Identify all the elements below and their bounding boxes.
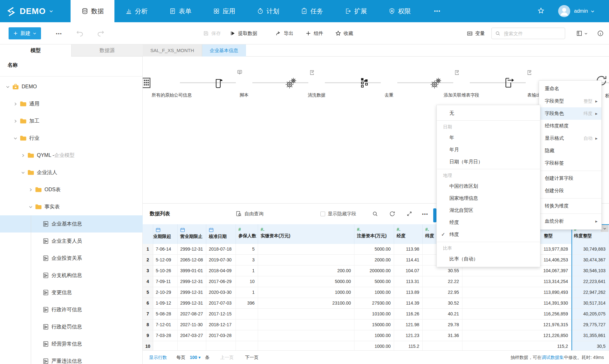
hidden-action-button[interactable] [433,208,436,222]
tree-item-事实表[interactable]: 事实表 [0,198,143,215]
nav-item-应用[interactable]: 应用 [202,0,246,22]
tree-item-行政许可信息[interactable]: 行政许可信息 [0,301,143,318]
tree-item-label: 通用 [29,101,39,107]
user-menu[interactable]: admin [574,0,595,22]
column-header-参保人数[interactable]: #参保人数 [236,224,258,244]
menu-item-显示格式[interactable]: 显示格式自动▶ [539,132,601,145]
nav-item-任务[interactable]: 任务 [290,0,334,22]
flow-node-脚本[interactable]: 脚本 [212,77,276,98]
layout-panel-button[interactable] [576,22,588,44]
column-header-核准日期[interactable]: 核准日期 [206,224,236,244]
extract-data-button[interactable]: 提取数据 [229,22,257,44]
undo-button[interactable] [76,22,84,44]
save-button[interactable]: 保存 [203,22,221,44]
nav-item-表单[interactable]: 表单 [158,0,202,22]
nav-item-扩展[interactable]: 扩展 [334,0,378,22]
toolbar-more-button[interactable]: ••• [56,22,62,44]
doc-tab-SAL_F_XS_MONTH[interactable]: SAL_F_XS_MONTH [143,44,202,57]
menu-item-字段角色[interactable]: 字段角色纬度▶ [539,107,601,120]
workspace-switcher[interactable]: DEMO [5,0,53,22]
export-button[interactable]: 导出 [275,22,293,44]
doc-tab-企业基本信息[interactable]: 企业基本信息 [202,44,246,57]
tab-model[interactable]: 模型 [0,44,71,57]
variable-button[interactable]: 变量 [467,22,485,44]
flow-node-清洗数据[interactable]: 清洗数据 [285,77,348,98]
column-header-营业期限止[interactable]: 营业期限止 [178,224,206,244]
column-header-注册资本(万元)[interactable]: #.注册资本(万元) [354,224,394,244]
nav-item-数据[interactable]: 数据 [71,0,114,22]
next-page-button[interactable]: 下一页 [245,351,258,364]
menu-item-创建分段[interactable]: 创建分段 [539,185,601,197]
tree-item-DEMO[interactable]: DEMO [0,78,143,95]
menu-item-经纬度精度[interactable]: 经纬度精度 [539,120,601,132]
favorites-star-icon[interactable] [537,7,545,15]
menu-item-字段类型[interactable]: 字段类型整型▶ [539,95,601,107]
prev-page-button[interactable]: 上一页 [220,351,234,364]
tree-item-企业基本信息[interactable]: 企业基本信息 [0,215,143,233]
column-header-业期限起[interactable]: 业期限起 [153,224,178,244]
submenu-item-经度[interactable]: 经度 [437,216,540,228]
new-button[interactable]: 新建 [9,27,41,39]
tree-item-企业投资关系[interactable]: 企业投资关系 [0,250,143,267]
table-cell: 2018-12-17 [206,320,236,330]
favorite-button[interactable]: 收藏 [335,22,353,44]
table-refresh-button[interactable] [389,203,395,224]
menu-item-创建计算字段[interactable]: 创建计算字段 [539,172,601,185]
submenu-item-年月[interactable]: 年月 [437,144,540,156]
show-row-count-link[interactable]: 显示行数 [149,351,167,364]
table-cell: 5-08-28 [153,309,178,320]
free-query-button[interactable]: 自由查询 [236,203,263,224]
submenu-item-日期（年月日）[interactable]: 日期（年月日） [437,156,540,168]
submenu-item-无[interactable]: 无 [437,107,540,119]
column-dropdown-button[interactable] [601,225,608,232]
submenu-item-湖北自贸区[interactable]: 湖北自贸区 [437,204,540,216]
debug-dataset-link[interactable]: 调试数据集 [542,355,564,360]
menu-item-字段标签[interactable]: 字段标签 [539,157,601,169]
submenu-item-比率（自动）[interactable]: 比率（自动） [437,253,540,265]
tree-item-变更信息[interactable]: 变更信息 [0,284,143,301]
flow-node-所有的原始公司信息[interactable]: 所有的原始公司信息 [143,77,203,98]
show-hidden-fields-toggle[interactable]: 显示隐藏字段 [320,203,356,224]
menu-item-隐藏[interactable]: 隐藏 [539,145,601,157]
tree-item-ODS表[interactable]: ODS表 [0,181,143,198]
tree-item-行业[interactable]: 行业 [0,130,143,147]
file-search-box [491,28,565,39]
nav-item-权限[interactable]: 权限 [378,0,421,22]
table-search-button[interactable] [372,203,378,224]
user-avatar[interactable] [558,5,570,17]
component-button[interactable]: 组件 [305,22,323,44]
submenu-item-纬度[interactable]: ✓纬度 [437,228,540,240]
tree-item-QYML -[interactable]: QYML - 企业模型 [0,147,143,164]
flow-node-添加关联维表字段[interactable]: 添加关联维表字段 [430,77,493,98]
table-cell: 27930.00 [354,298,394,309]
table-more-button[interactable]: ••• [422,203,428,224]
column-header-实缴资本(万元)[interactable]: #.实缴资本(万元) [258,224,354,244]
per-page-select[interactable]: 100 ▾ [190,351,201,364]
tree-item-严重违法信息[interactable]: 严重违法信息 [0,353,143,364]
submenu-item-年[interactable]: 年 [437,131,540,144]
tree-item-经营异常信息[interactable]: 经营异常信息 [0,335,143,353]
menu-item-血统分析[interactable]: 血统分析▶ [539,215,601,227]
tree-item-通用[interactable]: 通用 [0,95,143,112]
nav-item-计划[interactable]: 计划 [246,0,290,22]
info-button[interactable] [597,22,604,44]
flow-node-去重[interactable]: 去重 [357,77,421,98]
menu-item-重命名[interactable]: 重命名 [539,83,601,95]
table-cell: 116,256,859 [462,309,571,320]
redo-button[interactable] [97,22,105,44]
file-search-input[interactable] [503,30,558,37]
tree-item-行政处罚信息[interactable]: 行政处罚信息 [0,318,143,335]
tree-item-企业主要人员[interactable]: 企业主要人员 [0,233,143,250]
menu-item-转换为维度[interactable]: 转换为维度 [539,200,601,212]
tree-item-加工[interactable]: 加工 [0,112,143,130]
tab-datasource[interactable]: 数据源 [71,44,143,57]
info-icon [597,30,604,37]
column-header-经度[interactable]: #.经度 [394,224,423,244]
submenu-item-国家地理信息[interactable]: 国家地理信息 [437,192,540,204]
tree-item-企业法人[interactable]: 企业法人 [0,164,143,181]
submenu-item-中国行政区划[interactable]: 中国行政区划 [437,180,540,192]
nav-more-button[interactable]: ••• [428,0,446,22]
table-expand-button[interactable] [406,203,413,224]
tree-item-分支机构信息[interactable]: 分支机构信息 [0,267,143,284]
nav-item-分析[interactable]: 分析 [114,0,158,22]
